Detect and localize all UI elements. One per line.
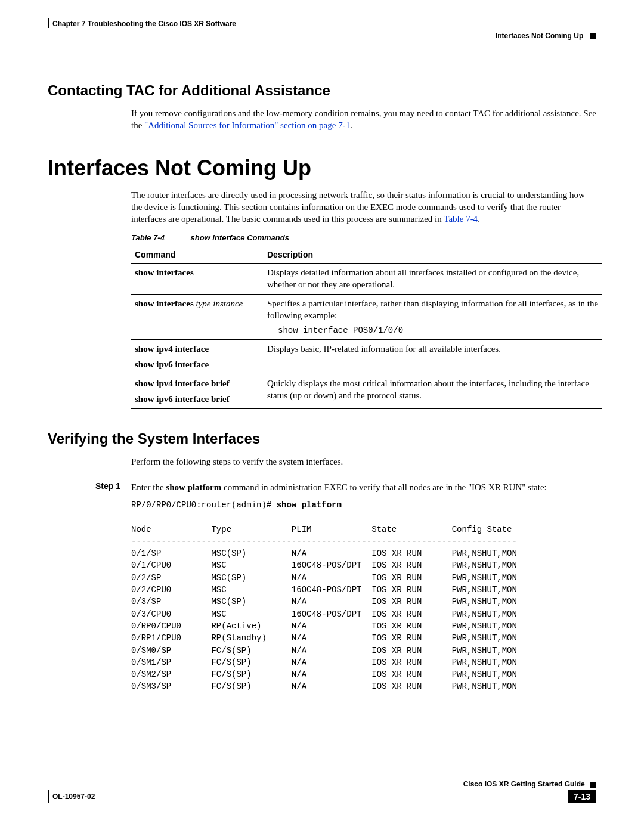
cmd-italic: type instance xyxy=(194,299,243,308)
cell-desc: Specifies a particular interface, rather… xyxy=(264,295,602,340)
table-caption: Table 7-4 show interface Commands xyxy=(131,233,596,242)
cell-command: show interfaces type instance xyxy=(131,295,264,340)
col-description: Description xyxy=(264,246,602,264)
step-text-pre: Enter the xyxy=(131,482,166,492)
cell-desc: Quickly displays the most critical infor… xyxy=(264,374,602,409)
document-page: Chapter 7 Troubleshooting the Cisco IOS … xyxy=(0,0,644,833)
cell-command: show ipv4 interface show ipv6 interface xyxy=(131,340,264,374)
main-heading: Interfaces Not Coming Up xyxy=(48,156,596,181)
step-body: Enter the show platform command in admin… xyxy=(131,481,596,493)
command-table: Command Description show interfaces Disp… xyxy=(131,246,602,409)
cmd-prompt: RP/0/RP0/CPU0:router(admin)# xyxy=(131,500,277,510)
footer-square-icon xyxy=(590,782,596,788)
cell-desc: Displays detailed information about all … xyxy=(264,264,602,295)
header-square-icon xyxy=(590,33,596,39)
section-tac-body: If you remove configurations and the low… xyxy=(131,107,596,132)
table-header-row: Command Description xyxy=(131,246,602,264)
main-text-post: . xyxy=(478,214,480,224)
command-output-block: RP/0/RP0/CPU0:router(admin)# show platfo… xyxy=(131,499,596,693)
breadcrumb: Interfaces Not Coming Up xyxy=(496,32,583,40)
page-footer: Cisco IOS XR Getting Started Guide OL-10… xyxy=(48,780,596,803)
section-heading-tac: Contacting TAC for Additional Assistance xyxy=(48,82,596,99)
step-label: Step 1 xyxy=(95,481,131,493)
step-text-post: command in administration EXEC to verify… xyxy=(221,482,546,492)
main-text-pre: The router interfaces are directly used … xyxy=(131,190,585,224)
tac-text-post: . xyxy=(350,120,352,130)
table-row: show interfaces Displays detailed inform… xyxy=(131,264,602,295)
verify-body: Perform the following steps to verify th… xyxy=(131,456,596,467)
cmd-line-1: show ipv4 interface brief xyxy=(135,378,260,390)
desc-text: Specifies a particular interface, rather… xyxy=(267,299,598,320)
cmd-entered: show platform xyxy=(277,500,342,510)
table-row: show interfaces type instance Specifies … xyxy=(131,295,602,340)
cmd-line-1: show ipv4 interface xyxy=(135,343,260,355)
main-body: The router interfaces are directly used … xyxy=(131,189,596,225)
cmd-bold: show interfaces xyxy=(135,299,194,308)
table-ref-link[interactable]: Table 7-4 xyxy=(444,214,478,224)
table-title: show interface Commands xyxy=(191,233,289,242)
table-label: Table 7-4 xyxy=(131,233,165,242)
col-command: Command xyxy=(131,246,264,264)
footer-guide: Cisco IOS XR Getting Started Guide xyxy=(463,780,585,788)
table-row: show ipv4 interface show ipv6 interface … xyxy=(131,340,602,374)
cmd-line-2: show ipv6 interface brief xyxy=(135,394,260,405)
table-row: show ipv4 interface brief show ipv6 inte… xyxy=(131,374,602,409)
page-header: Chapter 7 Troubleshooting the Cisco IOS … xyxy=(48,18,596,28)
step-row: Step 1 Enter the show platform command i… xyxy=(48,481,596,493)
code-example: show interface POS0/1/0/0 xyxy=(278,325,599,336)
chapter-title: Chapter 7 Troubleshooting the Cisco IOS … xyxy=(52,20,236,28)
step-command-name: show platform xyxy=(166,482,221,492)
cmd-line-2: show ipv6 interface xyxy=(135,359,260,371)
breadcrumb-row: Interfaces Not Coming Up xyxy=(48,30,596,41)
page-number: 7-13 xyxy=(568,790,596,803)
footer-docnum: OL-10957-02 xyxy=(52,792,95,801)
section-heading-verify: Verifying the System Interfaces xyxy=(48,431,596,447)
cell-command: show interfaces xyxy=(131,264,264,295)
tac-link[interactable]: "Additional Sources for Information" sec… xyxy=(144,120,350,130)
cmd-output: Node Type PLIM State Config State ------… xyxy=(131,525,517,692)
cell-command: show ipv4 interface brief show ipv6 inte… xyxy=(131,374,264,409)
cell-desc: Displays basic, IP-related information f… xyxy=(264,340,602,374)
